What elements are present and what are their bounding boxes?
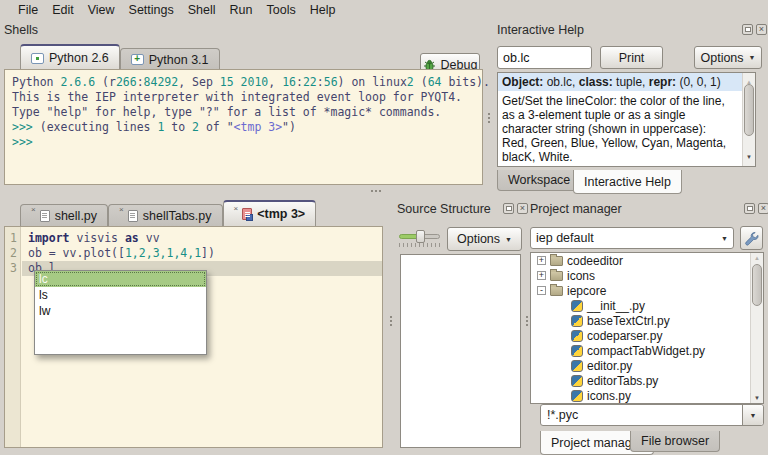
shell-tab-label: Python 3.1 (149, 53, 209, 67)
python-file-icon (571, 345, 583, 357)
slider-ticks (399, 243, 440, 247)
document-icon (40, 210, 50, 222)
tree-item-label: __init__.py (587, 299, 645, 313)
tree-item-file[interactable]: editor.py (531, 358, 763, 373)
editor-tab-label: shell.py (55, 209, 97, 223)
source-structure-list[interactable] (400, 254, 521, 448)
close-tab-icon[interactable]: × (31, 205, 36, 214)
collapse-icon[interactable]: - (537, 286, 546, 295)
tree-item-label: icons.py (587, 389, 631, 403)
project-manager-title: Project manager (530, 202, 622, 216)
splitter-handle[interactable] (526, 316, 528, 318)
print-button[interactable]: Print (600, 46, 663, 69)
expand-icon[interactable]: + (537, 271, 546, 280)
line-number: 3 (5, 261, 17, 276)
wrench-icon (744, 231, 759, 246)
splitter-handle[interactable] (488, 113, 490, 115)
tree-item-folder[interactable]: + codeeditor (531, 253, 763, 268)
shell-tab-python26[interactable]: Python 2.6 (20, 44, 120, 70)
python-file-icon (571, 300, 583, 312)
shells-panel-title: Shells (4, 23, 38, 37)
tree-item-label: iepcore (567, 284, 606, 298)
tree-item-file[interactable]: __init__.py (531, 298, 763, 313)
close-panel-icon[interactable]: × (517, 203, 528, 214)
tree-item-label: editor.py (587, 359, 632, 373)
menu-bar: File Edit View Settings Shell Run Tools … (0, 0, 768, 20)
console-line: Type "help" for help, type "?" for a lis… (12, 105, 482, 120)
editor-tab-label: shellTabs.py (143, 209, 212, 223)
file-filter-combo[interactable]: !*.pyc ▼ (540, 404, 764, 426)
float-panel-icon[interactable] (503, 203, 514, 214)
tree-item-file[interactable]: codeparser.py (531, 328, 763, 343)
close-panel-icon[interactable]: × (758, 203, 768, 214)
tree-item-folder[interactable]: - iepcore (531, 283, 763, 298)
autocomplete-item[interactable]: ls (35, 287, 206, 303)
close-panel-icon[interactable]: × (756, 24, 767, 35)
help-query-input[interactable] (497, 46, 592, 69)
autocomplete-item-selected[interactable]: lc (35, 271, 206, 287)
shell-status-icon (31, 53, 44, 64)
menu-edit[interactable]: Edit (52, 3, 74, 17)
scroll-up-icon[interactable]: ▲ (751, 255, 763, 261)
splitter-handle[interactable] (371, 190, 373, 192)
shell-status-icon (131, 54, 144, 65)
tree-item-file[interactable]: compactTabWidget.py (531, 343, 763, 358)
autocomplete-item[interactable]: lw (35, 303, 206, 319)
project-selector[interactable]: iep default ▼ (530, 227, 734, 249)
help-scrollbar[interactable]: ▲ ▼ (742, 73, 755, 166)
print-button-label: Print (619, 51, 645, 65)
chevron-down-icon: ▼ (749, 54, 756, 61)
menu-file[interactable]: File (18, 3, 38, 17)
help-options-button[interactable]: Options ▼ (694, 46, 762, 69)
project-file-tree[interactable]: + codeeditor + icons - iepcore __init__.… (530, 252, 764, 404)
close-tab-icon[interactable]: × (234, 204, 239, 213)
tree-item-file[interactable]: editorTabs.py (531, 373, 763, 388)
filter-dropdown-button[interactable]: ▼ (742, 405, 763, 425)
editor-tab-shelltabspy[interactable]: × shellTabs.py (108, 204, 222, 226)
scroll-down-icon[interactable]: ▼ (751, 395, 763, 401)
tree-item-folder[interactable]: + icons (531, 268, 763, 283)
tab-label: Project manager (551, 436, 643, 450)
project-config-button[interactable] (740, 226, 763, 250)
menu-tools[interactable]: Tools (266, 3, 295, 17)
menu-run[interactable]: Run (230, 3, 253, 17)
help-result-box: Object: ob.lc, class: tuple, repr: (0, 0… (497, 72, 756, 167)
source-structure-options-button[interactable]: Options ▼ (447, 227, 522, 251)
line-number: 2 (5, 246, 17, 261)
menu-help[interactable]: Help (310, 3, 336, 17)
tree-scrollbar[interactable]: ▲ ▼ (750, 253, 763, 403)
float-panel-icon[interactable] (744, 203, 755, 214)
shell-tab-label: Python 2.6 (49, 51, 109, 65)
help-result-header: Object: ob.lc, class: tuple, repr: (0, 0… (498, 73, 755, 91)
float-panel-icon[interactable] (742, 24, 753, 35)
scrollbar-thumb[interactable] (744, 84, 754, 136)
code-line: import visvis as vv (22, 231, 382, 246)
folder-icon (550, 271, 563, 281)
scroll-down-icon[interactable]: ▼ (743, 150, 755, 164)
close-tab-icon[interactable]: × (119, 205, 124, 214)
folder-icon (550, 286, 563, 296)
help-result-body: Get/Set the lineColor: the color of the … (498, 91, 735, 164)
editor-tab-shellpy[interactable]: × shell.py (20, 204, 108, 226)
tab-label: Interactive Help (584, 175, 671, 189)
shell-console[interactable]: Python 2.6.6 (r266:84292, Sep 15 2010, 1… (4, 69, 483, 185)
line-number: 1 (5, 231, 17, 246)
tab-file-browser[interactable]: File browser (630, 431, 720, 452)
scrollbar-thumb[interactable] (752, 264, 762, 306)
expand-icon[interactable]: + (537, 256, 546, 265)
splitter-handle[interactable] (390, 316, 392, 318)
tab-workspace[interactable]: Workspace (497, 170, 581, 191)
shell-tab-python31[interactable]: Python 3.1 (120, 48, 220, 70)
tree-item-file[interactable]: baseTextCtrl.py (531, 313, 763, 328)
options-button-label: Options (457, 232, 500, 246)
console-line: Python 2.6.6 (r266:84292, Sep 15 2010, 1… (12, 75, 482, 90)
depth-slider-handle[interactable] (416, 230, 425, 243)
menu-shell[interactable]: Shell (188, 3, 216, 17)
editor-tab-tmp3[interactable]: × <tmp 3> (223, 200, 317, 226)
tab-interactive-help[interactable]: Interactive Help (573, 170, 682, 194)
menu-view[interactable]: View (88, 3, 115, 17)
console-line: >>> (executing lines 1 to 2 of "<tmp 3>"… (12, 120, 482, 135)
tree-item-label: icons (567, 269, 595, 283)
menu-settings[interactable]: Settings (129, 3, 174, 17)
tree-item-file[interactable]: icons.py (531, 388, 763, 403)
